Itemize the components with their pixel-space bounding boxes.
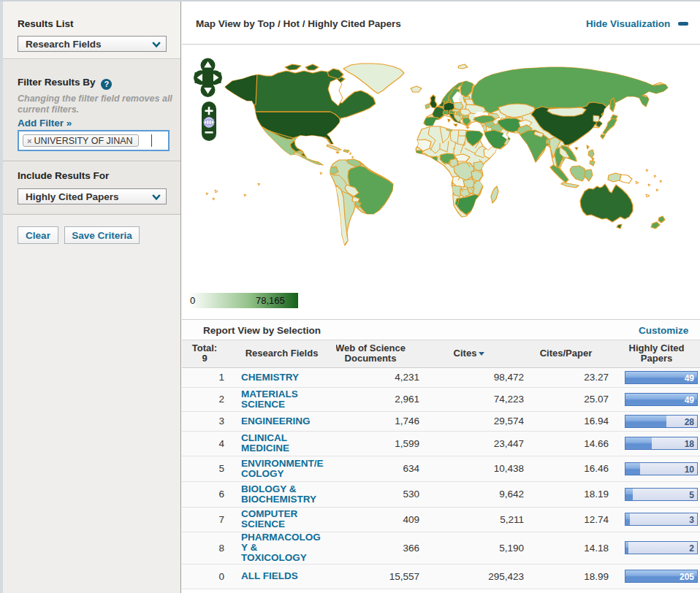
- svg-text:78,165: 78,165: [256, 295, 285, 306]
- svg-text:0: 0: [190, 295, 195, 306]
